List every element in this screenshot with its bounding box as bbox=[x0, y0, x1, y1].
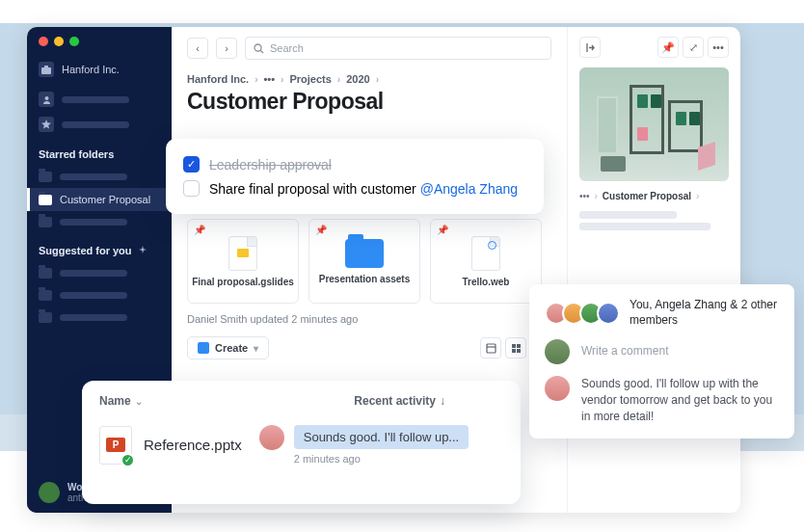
svg-rect-1 bbox=[44, 66, 48, 68]
folder-icon bbox=[39, 268, 52, 279]
svg-rect-7 bbox=[512, 344, 516, 348]
company-row[interactable]: Hanford Inc. bbox=[27, 62, 172, 87]
suggested-item-1[interactable] bbox=[27, 262, 172, 284]
task-done[interactable]: ✓ Leadership approval bbox=[183, 152, 526, 176]
activity-bubble[interactable]: Sounds good. I'll follow up... bbox=[294, 425, 469, 449]
more-button[interactable]: ••• bbox=[708, 37, 729, 58]
pin-icon: 📌 bbox=[315, 225, 327, 235]
preview-image bbox=[579, 67, 729, 181]
tile-slides[interactable]: 📌 Final proposal.gslides bbox=[187, 219, 299, 304]
suggested-item-3[interactable] bbox=[27, 306, 172, 329]
svg-line-4 bbox=[260, 50, 263, 53]
pin-button[interactable]: 📌 bbox=[657, 37, 679, 58]
mention[interactable]: @Angela Zhang bbox=[420, 181, 518, 197]
starred-item-3[interactable] bbox=[27, 211, 172, 233]
sparkle-icon bbox=[138, 246, 147, 255]
svg-rect-9 bbox=[512, 349, 516, 353]
sidebar-active-label: Customer Proposal bbox=[60, 194, 150, 205]
svg-rect-10 bbox=[517, 349, 521, 353]
sidebar-item-customer-proposal[interactable]: Customer Proposal bbox=[27, 188, 172, 211]
company-name: Hanford Inc. bbox=[62, 64, 120, 75]
create-button[interactable]: Create ▾ bbox=[187, 336, 269, 359]
view-card[interactable] bbox=[480, 337, 501, 359]
breadcrumb: Hanford Inc.› •••› Projects› 2020› bbox=[187, 73, 551, 85]
window-controls[interactable] bbox=[27, 27, 172, 62]
zoom-dot[interactable] bbox=[69, 37, 79, 46]
starred-folders-header: Starred folders bbox=[27, 137, 172, 166]
comment-row: Sounds good. I'll follow up with the ven… bbox=[545, 376, 779, 424]
close-dot[interactable] bbox=[39, 37, 48, 46]
sidebar-placeholder-1[interactable] bbox=[27, 87, 172, 112]
task-todo[interactable]: Share final proposal with customer @Ange… bbox=[183, 176, 526, 200]
detail-card: Name ⌄ Recent activity ↓ P ✓ Reference.p… bbox=[82, 381, 521, 504]
comments-card: You, Angela Zhang & 2 other members Writ… bbox=[529, 284, 794, 439]
suggested-item-2[interactable] bbox=[27, 284, 172, 306]
folder-icon bbox=[39, 312, 52, 323]
arrow-down-icon: ↓ bbox=[440, 394, 445, 408]
right-panel: 📌 ⤢ ••• •••› Customer Proposal› bbox=[567, 27, 740, 513]
person-icon bbox=[39, 92, 54, 107]
bc-root[interactable]: Hanford Inc. bbox=[187, 73, 249, 85]
folder-icon bbox=[39, 217, 52, 227]
svg-rect-8 bbox=[517, 344, 521, 348]
write-comment-row[interactable]: Write a comment bbox=[545, 339, 779, 364]
bc-projects[interactable]: Projects bbox=[289, 73, 331, 85]
tile-folder[interactable]: 📌 Presentation assets bbox=[308, 219, 420, 304]
chevron-down-icon: ⌄ bbox=[135, 396, 143, 407]
avatar bbox=[259, 425, 284, 450]
synced-icon: ✓ bbox=[121, 453, 135, 467]
pin-icon: 📌 bbox=[194, 225, 205, 235]
view-grid[interactable] bbox=[505, 337, 526, 359]
briefcase-icon bbox=[39, 62, 54, 77]
gslides-icon bbox=[228, 236, 257, 271]
search-icon bbox=[254, 43, 264, 54]
right-breadcrumb: •••› Customer Proposal› bbox=[579, 181, 729, 207]
activity-time: 2 minutes ago bbox=[294, 453, 469, 465]
bc-dots[interactable]: ••• bbox=[264, 73, 276, 85]
folder-icon bbox=[345, 239, 384, 268]
suggested-header: Suggested for you bbox=[27, 233, 172, 262]
file-name[interactable]: Reference.pptx bbox=[144, 437, 242, 453]
avatar bbox=[39, 482, 60, 503]
folder-icon bbox=[39, 195, 52, 205]
last-updated: Daniel Smith updated 2 minutes ago bbox=[187, 304, 551, 336]
bc-year[interactable]: 2020 bbox=[346, 73, 369, 85]
avatar bbox=[545, 339, 570, 364]
svg-point-3 bbox=[255, 44, 261, 51]
folder-icon bbox=[39, 172, 52, 182]
back-button[interactable]: ‹ bbox=[187, 38, 208, 59]
search-input[interactable]: Search bbox=[245, 37, 551, 60]
checkbox-unchecked[interactable] bbox=[183, 180, 200, 197]
avatar bbox=[545, 376, 570, 401]
tasks-card: ✓ Leadership approval Share final propos… bbox=[166, 139, 544, 214]
svg-rect-0 bbox=[41, 67, 51, 74]
minimize-dot[interactable] bbox=[54, 37, 64, 46]
col-activity[interactable]: Recent activity ↓ bbox=[354, 394, 445, 408]
checkbox-checked[interactable]: ✓ bbox=[183, 156, 200, 173]
create-icon bbox=[198, 342, 209, 354]
comment-input[interactable]: Write a comment bbox=[581, 339, 668, 358]
avatar bbox=[597, 302, 620, 325]
chevron-down-icon: ▾ bbox=[254, 343, 258, 354]
sidebar-placeholder-2[interactable] bbox=[27, 112, 172, 137]
member-avatars[interactable] bbox=[545, 302, 620, 325]
members-summary: You, Angela Zhang & 2 other members bbox=[630, 298, 779, 328]
svg-point-2 bbox=[44, 96, 48, 100]
expand-button[interactable]: ⤢ bbox=[683, 37, 704, 58]
page-title: Customer Proposal bbox=[187, 85, 551, 124]
webdoc-icon bbox=[471, 236, 500, 271]
forward-button[interactable]: › bbox=[216, 38, 237, 59]
starred-item-1[interactable] bbox=[27, 166, 172, 188]
svg-rect-5 bbox=[487, 344, 496, 353]
star-icon bbox=[39, 117, 54, 132]
col-name[interactable]: Name ⌄ bbox=[99, 394, 143, 408]
pin-icon: 📌 bbox=[437, 225, 448, 235]
folder-icon bbox=[39, 290, 52, 301]
pptx-icon: P ✓ bbox=[99, 426, 132, 465]
right-bc-label[interactable]: Customer Proposal bbox=[603, 191, 691, 201]
collapse-button[interactable] bbox=[579, 37, 601, 58]
comment-text: Sounds good. I'll follow up with the ven… bbox=[581, 376, 779, 424]
topbar: ‹ › Search bbox=[187, 27, 551, 73]
search-placeholder: Search bbox=[270, 42, 304, 54]
tile-trello[interactable]: 📌 Trello.web bbox=[430, 219, 542, 304]
